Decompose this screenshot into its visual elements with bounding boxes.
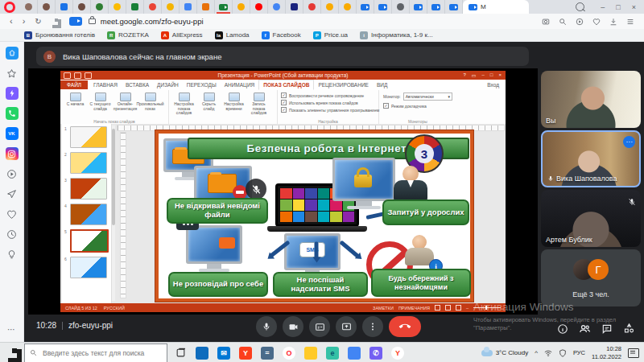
ribbon-button[interactable]: С текущего слайда [88, 92, 113, 111]
bookmark-heart-icon[interactable] [592, 18, 601, 26]
end-call-button[interactable] [389, 316, 421, 337]
sidebar-instagram-icon[interactable] [6, 147, 19, 160]
browser-tab[interactable] [73, 0, 91, 14]
ppt-tab[interactable]: АНИМАЦИЯ [221, 80, 259, 89]
window-minimize-button[interactable]: – [601, 3, 605, 11]
sidebar-my-flow-icon[interactable] [6, 187, 19, 200]
participant-tile-self[interactable]: Вы [541, 71, 641, 128]
taskbar-search[interactable] [24, 343, 167, 362]
ppt-tab[interactable]: ВИД [373, 80, 391, 89]
url-text[interactable]: meet.google.com/zfo-euyu-ppi [101, 17, 204, 26]
back-button[interactable]: ‹ [10, 14, 13, 29]
player-icon[interactable] [576, 18, 584, 26]
browser-tab[interactable] [445, 0, 463, 14]
microphone-button[interactable] [256, 316, 277, 337]
window-close-button[interactable]: × [632, 3, 636, 11]
sidebar-bulb-icon[interactable] [6, 248, 19, 261]
checkbox[interactable]: ✓ [281, 100, 287, 105]
weather-widget[interactable]: 3°C Cloudy [481, 349, 529, 356]
ppt-tab[interactable]: ГЛАВНАЯ [89, 80, 122, 89]
browser-tab[interactable] [303, 0, 321, 14]
ppt-close-button[interactable]: × [498, 72, 502, 78]
browser-tab[interactable] [339, 0, 357, 14]
activities-icon[interactable] [623, 323, 635, 335]
ppt-sign-in[interactable]: Вход [487, 82, 506, 88]
ribbon-checkbox-row[interactable]: ✓Показать элементы управления проигрыван… [281, 107, 375, 113]
taskbar-app-yandex[interactable]: Y [239, 347, 252, 360]
reload-button[interactable]: ↻ [35, 14, 41, 29]
slide-thumbnail[interactable]: 3 [64, 178, 111, 200]
sidebar-heart-icon[interactable] [6, 208, 19, 220]
tile-options-icon[interactable]: ⋯ [623, 136, 635, 148]
secure-lock-icon[interactable] [89, 19, 96, 24]
bookmark-item[interactable]: fFacebook [262, 31, 301, 39]
save-icon[interactable] [64, 72, 71, 79]
ribbon-checkbox-row[interactable]: ✓Использовать время показа слайдов [281, 100, 375, 105]
monitor-select[interactable]: Автоматически ▾ [403, 93, 452, 101]
browser-tab[interactable] [321, 0, 339, 14]
slide-sorter-icon[interactable] [445, 305, 451, 311]
forward-button[interactable]: › [23, 14, 26, 29]
ppt-tab[interactable]: ПОКАЗ СЛАЙДОВ [258, 80, 314, 90]
browser-tab[interactable] [286, 0, 303, 14]
sidebar-messenger-icon[interactable] [6, 87, 19, 100]
checkbox[interactable]: ✓ [281, 93, 287, 98]
start-button[interactable] [7, 348, 17, 358]
slide-thumbnail[interactable]: 6 [64, 257, 111, 278]
browser-tab[interactable] [38, 0, 56, 14]
slide-thumbnail[interactable]: 5 [64, 229, 111, 253]
download-icon[interactable] [609, 18, 617, 26]
ribbon-button[interactable]: Скрыть слайд [196, 92, 221, 116]
browser-tab[interactable] [144, 0, 162, 14]
ribbon-checkbox-row[interactable]: ✓Воспроизвести речевое сопровождение [281, 93, 375, 98]
ppt-minimize-button[interactable]: – [482, 72, 485, 78]
taskbar-app-opera[interactable]: O [283, 347, 295, 360]
slide-thumbnail[interactable]: 1 [64, 126, 111, 148]
normal-view-icon[interactable] [435, 305, 440, 311]
browser-tab[interactable] [180, 0, 197, 14]
browser-tab[interactable] [392, 0, 410, 14]
sidebar-speed-dial-icon[interactable] [6, 47, 19, 60]
window-maximize-button[interactable]: □ [616, 3, 620, 11]
taskbar-clock[interactable]: 10:28 11.02.2022 [592, 345, 621, 360]
hidden-icons-button[interactable]: ^ [535, 349, 538, 356]
browser-tab[interactable] [126, 0, 144, 14]
slide-thumbnail[interactable]: 4 [64, 204, 111, 225]
presenter-checkbox[interactable]: ✓ [383, 103, 389, 109]
browser-tab[interactable] [162, 0, 180, 14]
thumbnail-scrollbar[interactable] [112, 125, 115, 301]
sidebar-star-icon[interactable] [6, 67, 19, 80]
search-in-page-icon[interactable] [559, 18, 567, 26]
browser-tab[interactable] [250, 0, 268, 14]
bookmark-item[interactable]: іІнформатика, 1-9 к... [360, 31, 433, 39]
ppt-ribbon-options-button[interactable]: ▭ [472, 72, 477, 78]
bookmark-item[interactable]: laLamoda [215, 31, 250, 39]
taskbar-search-input[interactable] [41, 348, 165, 358]
ppt-tab[interactable]: ДИЗАЙН [153, 80, 183, 89]
task-view-icon[interactable] [175, 348, 186, 358]
more-options-button[interactable] [362, 316, 383, 337]
browser-tab[interactable] [20, 0, 38, 14]
ribbon-button[interactable]: Запись показа слайдов [246, 92, 271, 116]
ppt-tab-file[interactable]: ФАЙЛ [60, 80, 88, 89]
sidebar-vk-icon[interactable]: VK [6, 127, 19, 140]
taskbar-app-edge[interactable]: e [326, 347, 339, 360]
browser-tab[interactable] [233, 0, 250, 14]
zoom-out-button[interactable]: – [466, 306, 469, 311]
taskbar-app-viber[interactable]: ✆ [369, 347, 382, 360]
sidebar-player-icon[interactable] [6, 167, 19, 180]
slide-thumbnail[interactable]: 2 [64, 152, 111, 174]
security-icon[interactable] [559, 349, 567, 357]
snapshot-icon[interactable] [542, 18, 550, 26]
ppt-help-button[interactable]: ? [464, 72, 466, 78]
slideshow-view-icon[interactable] [456, 305, 461, 311]
present-button[interactable] [336, 316, 357, 337]
language-indicator[interactable]: РУС [573, 349, 585, 356]
sidebar-history-icon[interactable] [6, 228, 19, 241]
camera-in-use-icon[interactable] [69, 17, 82, 26]
ppt-tab[interactable]: ПЕРЕХОДЫ [183, 80, 221, 89]
tab-search-icon[interactable] [576, 2, 584, 11]
comments-button[interactable]: ПРИМЕЧАНИЯ [398, 306, 430, 311]
taskbar-app-yandex-browser[interactable]: Y [391, 347, 404, 360]
browser-tab[interactable] [197, 0, 215, 14]
